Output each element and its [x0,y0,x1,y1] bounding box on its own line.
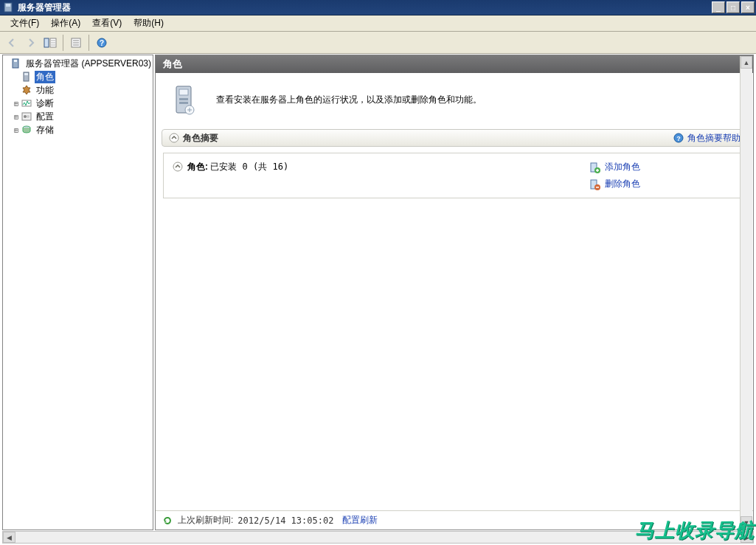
help-button[interactable]: ? [93,34,111,52]
scroll-down-button[interactable]: ▼ [741,516,752,529]
scroll-track[interactable] [741,69,752,516]
roles-count-row: 角色: 已安装 0 (共 16) [173,161,589,190]
collapse-up-icon[interactable] [168,132,180,144]
expand-icon[interactable]: ⊞ [12,113,21,121]
diagnostics-icon [21,97,32,109]
roles-actions: 添加角色 删除角色 [589,161,736,190]
svg-rect-26 [179,102,188,104]
svg-rect-1 [6,4,10,7]
toolbar: ? [0,32,756,54]
configuration-icon [21,111,32,122]
add-role-link[interactable]: 添加角色 [589,161,736,173]
remove-role-link[interactable]: 删除角色 [589,178,736,190]
configure-refresh-link[interactable]: 配置刷新 [342,514,378,527]
tree-item-storage[interactable]: ⊞ 存储 [3,123,153,136]
vertical-scrollbar[interactable]: ▲ ▼ [740,56,752,529]
features-icon [21,84,32,96]
menu-help[interactable]: 帮助(H) [128,15,170,31]
menubar: 文件(F) 操作(A) 查看(V) 帮助(H) [0,15,756,32]
svg-point-28 [170,133,178,142]
svg-rect-25 [179,98,188,100]
tree-storage-label: 存储 [35,124,55,136]
help-link-label: 角色摘要帮助 [687,132,741,145]
scroll-up-button[interactable]: ▲ [741,56,752,69]
help-icon: ? [673,132,684,144]
storage-icon [21,124,32,136]
window-titlebar: 服务器管理器 _ □ × [0,0,756,15]
svg-rect-14 [14,60,17,62]
menu-view[interactable]: 查看(V) [86,15,128,31]
tree-root-label: 服务器管理器 (APPSERVER03) [24,58,153,70]
content-header: 角色 [156,55,753,73]
maximize-button[interactable]: □ [726,1,740,13]
main-split: 服务器管理器 (APPSERVER03) 角色 功能 ⊞ [0,54,756,530]
app-icon [3,1,15,13]
roles-summary-box: 角色: 已安装 0 (共 16) 添加角色 删除角色 [163,153,746,198]
menu-file[interactable]: 文件(F) [4,15,45,31]
svg-rect-24 [179,89,188,95]
roles-summary-bar[interactable]: 角色摘要 ? 角色摘要帮助 [162,129,747,147]
section-title: 角色摘要 [183,132,673,145]
close-button[interactable]: × [741,1,755,13]
svg-point-31 [173,162,182,171]
tree-diagnostics-label: 诊断 [35,97,55,110]
add-role-icon [589,162,600,173]
minimize-button[interactable]: _ [712,1,725,13]
svg-rect-2 [44,38,49,47]
scroll-track-h[interactable] [15,532,741,543]
tree-pane[interactable]: 服务器管理器 (APPSERVER03) 角色 功能 ⊞ [2,55,153,530]
show-hide-tree-button[interactable] [41,34,59,52]
roles-summary-help-link[interactable]: ? 角色摘要帮助 [673,132,741,145]
tree-item-configuration[interactable]: ⊞ 配置 [3,110,153,123]
back-button[interactable] [3,34,21,52]
expand-icon[interactable]: ⊞ [12,126,21,134]
menu-action[interactable]: 操作(A) [45,15,86,31]
svg-marker-17 [23,86,30,94]
window-title: 服务器管理器 [18,1,712,14]
server-large-icon [167,82,203,117]
tree-roles-label: 角色 [35,71,55,83]
intro-row: 查看安装在服务器上角色的运行状况，以及添加或删除角色和功能。 [156,73,753,129]
content-footer: 上次刷新时间: 2012/5/14 13:05:02 配置刷新 [156,510,753,530]
tree-item-diagnostics[interactable]: ⊞ 诊断 [3,97,153,110]
tree-root[interactable]: 服务器管理器 (APPSERVER03) [3,57,153,70]
remove-role-label: 删除角色 [605,178,640,190]
last-refresh-label: 上次刷新时间: [178,514,233,527]
roles-icon [21,71,32,83]
tree-configuration-label: 配置 [35,111,55,123]
tree: 服务器管理器 (APPSERVER03) 角色 功能 ⊞ [3,55,153,138]
server-manager-icon [10,58,22,69]
svg-rect-16 [24,73,28,75]
remove-role-icon [589,178,600,190]
properties-button[interactable] [67,34,85,52]
roles-label: 角色: 已安装 0 (共 16) [187,161,288,173]
tree-features-label: 功能 [35,84,55,97]
horizontal-scrollbar[interactable]: ◀ ▶ [2,531,754,544]
forward-button[interactable] [22,34,40,52]
scroll-right-button[interactable]: ▶ [741,532,753,543]
collapse-up-icon[interactable] [173,162,183,174]
window-controls: _ □ × [712,0,756,15]
refresh-icon [162,515,173,527]
toolbar-separator-2 [89,35,89,51]
expand-icon[interactable]: ⊞ [12,100,21,108]
content-pane: 角色 查看安装在服务器上角色的运行状况，以及添加或删除角色和功能。 角色摘要 [155,55,754,530]
last-refresh-time: 2012/5/14 13:05:02 [237,516,333,526]
svg-point-20 [24,115,27,118]
tree-item-features[interactable]: 功能 [3,83,153,97]
tree-item-roles[interactable]: 角色 [3,70,153,83]
svg-point-21 [27,115,30,118]
add-role-label: 添加角色 [605,161,640,173]
intro-text: 查看安装在服务器上角色的运行状况，以及添加或删除角色和功能。 [216,94,482,106]
svg-text:?: ? [676,135,681,142]
svg-text:?: ? [100,39,104,47]
scroll-left-button[interactable]: ◀ [3,532,15,543]
toolbar-separator [63,35,63,51]
